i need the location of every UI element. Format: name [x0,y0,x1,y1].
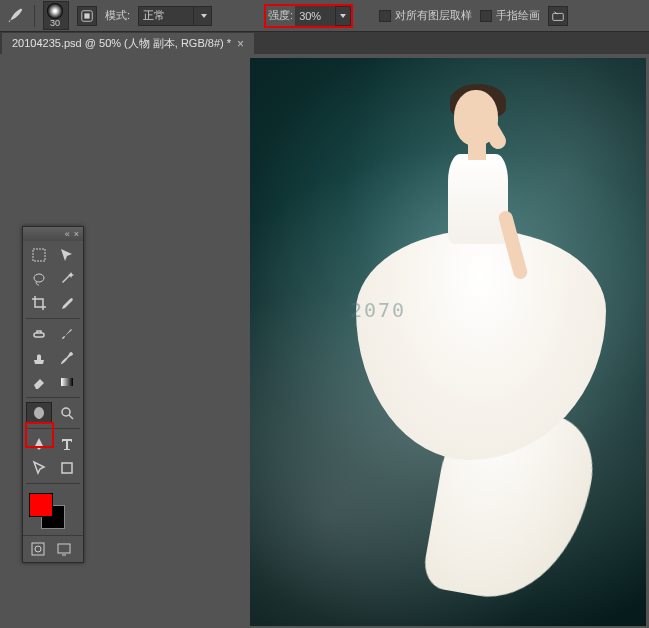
divider [26,483,80,484]
document-tab-bar: 20104235.psd @ 50% (人物 副本, RGB/8#) * × [0,32,649,54]
svg-rect-9 [62,463,72,473]
document-canvas[interactable]: 2070 [250,58,646,626]
close-icon: × [74,229,79,239]
magic-wand-tool[interactable] [54,268,80,290]
strength-control: 强度: 30% [264,4,353,28]
color-swatches[interactable] [23,489,83,535]
active-tool-icon [6,6,26,26]
crop-tool[interactable] [26,292,52,314]
chevron-down-icon [201,14,207,18]
strength-value: 30% [299,10,321,22]
svg-rect-10 [32,543,44,555]
quick-mask-button[interactable] [27,540,49,558]
svg-rect-1 [84,13,89,18]
tools-panel: « × [22,226,84,563]
options-bar: 30 模式: 正常 强度: 30% 对所有图层取样 手指绘画 [0,0,649,32]
screen-mode-button[interactable] [53,540,75,558]
shape-tool[interactable] [54,457,80,479]
canvas-artwork [336,80,616,600]
svg-rect-5 [34,333,44,337]
finger-painting-option[interactable]: 手指绘画 [480,8,540,23]
svg-point-4 [34,274,44,282]
work-area: 2070 « × [0,54,649,628]
divider [26,428,80,429]
strength-input[interactable]: 30% [295,6,335,26]
canvas-watermark: 2070 [350,298,406,322]
clone-stamp-tool[interactable] [26,347,52,369]
checkbox-icon [480,10,492,22]
divider [26,397,80,398]
finger-paint-label: 手指绘画 [496,8,540,23]
history-brush-tool[interactable] [54,347,80,369]
svg-point-8 [62,408,70,416]
mode-dropdown[interactable]: 正常 [138,6,212,26]
lasso-tool[interactable] [26,268,52,290]
gradient-tool[interactable] [54,371,80,393]
close-icon[interactable]: × [237,37,244,51]
svg-rect-12 [58,544,70,553]
svg-rect-3 [33,249,45,261]
type-tool[interactable] [54,433,80,455]
brush-thumb-icon [47,3,63,19]
brush-preset-picker[interactable]: 30 [43,1,69,30]
sample-all-layers-option[interactable]: 对所有图层取样 [379,8,472,23]
tools-grid [23,241,83,489]
path-selection-tool[interactable] [26,457,52,479]
pen-tool[interactable] [26,433,52,455]
move-tool[interactable] [54,244,80,266]
brush-tool[interactable] [54,323,80,345]
chevron-down-icon [340,14,346,18]
sample-all-label: 对所有图层取样 [395,8,472,23]
checkbox-icon [379,10,391,22]
mode-value: 正常 [143,8,189,23]
divider [34,5,35,27]
tablet-pressure-button[interactable] [548,6,568,26]
svg-rect-2 [553,13,564,20]
eraser-tool[interactable] [26,371,52,393]
dodge-tool[interactable] [54,402,80,424]
healing-brush-tool[interactable] [26,323,52,345]
brush-panel-toggle-button[interactable] [77,6,97,26]
svg-rect-7 [61,378,73,386]
brush-size-value: 30 [50,19,60,28]
document-tab[interactable]: 20104235.psd @ 50% (人物 副本, RGB/8#) * × [2,33,254,54]
strength-label: 强度: [266,8,295,23]
document-title: 20104235.psd @ 50% (人物 副本, RGB/8#) * [12,36,231,51]
tools-panel-footer [23,535,83,562]
eyedropper-tool[interactable] [54,292,80,314]
smudge-tool[interactable] [26,402,52,424]
foreground-color-swatch[interactable] [29,493,53,517]
divider [26,318,80,319]
marquee-tool[interactable] [26,244,52,266]
tools-panel-header[interactable]: « × [23,227,83,241]
svg-point-11 [35,546,41,552]
strength-dropdown-button[interactable] [335,6,351,26]
mode-label: 模式: [105,8,130,23]
collapse-icon: « [65,229,70,239]
